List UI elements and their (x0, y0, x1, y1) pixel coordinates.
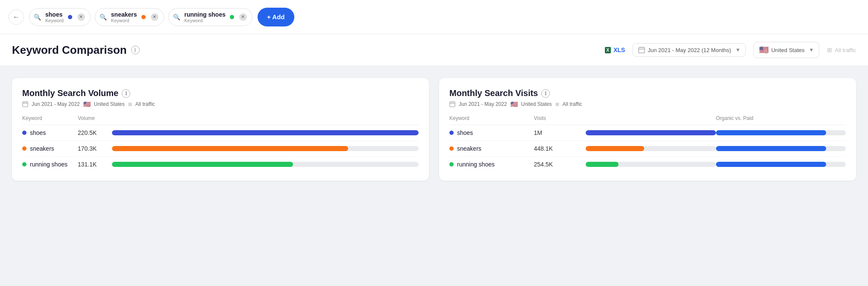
kw-name: sneakers (449, 145, 534, 152)
header-controls: X XLS Jun 2021 - May 2022 (12 Months) ▼ … (605, 42, 856, 58)
kw-bar-cell (112, 141, 419, 157)
kw-dot (22, 131, 26, 135)
msvv-col-bar (586, 115, 716, 125)
table-row: shoes 1M (449, 125, 846, 141)
us-flag-icon: 🇺🇸 (759, 45, 768, 55)
country-label: United States (771, 47, 804, 53)
kw-bar-track (112, 130, 419, 135)
kw-dot (449, 162, 454, 166)
kw-organic-bar-track (716, 146, 846, 151)
keyword-chip-running-shoes[interactable]: 🔍 running shoes Keyword ✕ (168, 8, 252, 26)
date-range-label: Jun 2021 - May 2022 (12 Months) (648, 47, 731, 53)
traffic-filter[interactable]: ⊞ All traffic (827, 47, 856, 53)
msv-subtitle: Jun 2021 - May 2022 🇺🇸 United States ⊞ A… (22, 101, 419, 108)
svg-rect-0 (639, 47, 645, 53)
page-header: Keyword Comparison ℹ X XLS Jun 2021 - Ma… (0, 34, 868, 66)
chip-inner: running shoes Keyword (185, 11, 226, 23)
msv-col-bar (112, 115, 419, 125)
kw-visits-bar-fill (586, 162, 618, 167)
msv-info-icon[interactable]: ℹ (122, 89, 130, 98)
kw-visits-bar-fill (586, 130, 716, 135)
country-chevron-icon: ▼ (809, 47, 814, 53)
msv-traffic-icon: ⊞ (128, 102, 132, 107)
chip-type: Keyword (111, 18, 137, 23)
msvv-title-text: Monthly Search Visits (449, 88, 538, 98)
kw-visits: 1M (534, 125, 586, 141)
msv-col-volume: Volume (78, 115, 112, 125)
msv-country: United States (94, 101, 125, 107)
kw-bar-fill (112, 130, 419, 135)
kw-name: shoes (449, 129, 534, 136)
xls-icon: X (605, 47, 611, 53)
chip-dot (230, 15, 234, 19)
kw-organic-bar-fill (716, 162, 827, 167)
kw-visits-bar-track (586, 162, 716, 167)
add-keyword-button[interactable]: + Add (258, 8, 294, 26)
kw-organic-cell (716, 157, 846, 172)
kw-dot (22, 146, 26, 151)
msvv-traffic: All traffic (563, 101, 582, 107)
svg-rect-1 (23, 102, 28, 107)
kw-dot (22, 162, 26, 166)
chip-dot (68, 15, 72, 19)
chip-search-icon: 🔍 (34, 14, 41, 20)
kw-name: shoes (22, 129, 78, 136)
kw-name-text: shoes (30, 129, 46, 136)
kw-visits-bar-fill (586, 146, 644, 151)
kw-bar-track (112, 146, 419, 151)
svg-rect-2 (450, 102, 455, 107)
monthly-search-volume-card: Monthly Search Volume ℹ Jun 2021 - May 2… (12, 78, 429, 181)
kw-bar-fill (112, 146, 348, 151)
chip-inner: sneakers Keyword (111, 11, 137, 23)
top-bar: ← 🔍 shoes Keyword ✕ 🔍 sneakers Keyword ✕… (0, 0, 868, 34)
chip-close-button[interactable]: ✕ (151, 13, 158, 21)
table-row: shoes 220.5K (22, 125, 419, 141)
msvv-date: Jun 2021 - May 2022 (459, 101, 507, 107)
chip-search-icon: 🔍 (100, 14, 107, 20)
chip-close-button[interactable]: ✕ (239, 13, 247, 21)
page-title-row: Keyword Comparison ℹ (12, 44, 140, 57)
back-button[interactable]: ← (9, 9, 24, 25)
page-title: Keyword Comparison (12, 44, 127, 57)
msvv-country: United States (521, 101, 552, 107)
chip-type: Keyword (185, 18, 226, 23)
kw-visits: 448.1K (534, 141, 586, 157)
keyword-chip-sneakers[interactable]: 🔍 sneakers Keyword ✕ (95, 8, 164, 26)
kw-organic-cell (716, 125, 846, 141)
kw-visits-bar-track (586, 130, 716, 135)
msvv-info-icon[interactable]: ℹ (541, 89, 550, 98)
chip-type: Keyword (45, 18, 64, 23)
kw-organic-bar-track (716, 162, 846, 167)
msv-card-title: Monthly Search Volume ℹ (22, 88, 419, 98)
date-range-filter[interactable]: Jun 2021 - May 2022 (12 Months) ▼ (633, 43, 746, 57)
table-row: sneakers 170.3K (22, 141, 419, 157)
msvv-card-title: Monthly Search Visits ℹ (449, 88, 846, 98)
keyword-chip-shoes[interactable]: 🔍 shoes Keyword ✕ (29, 8, 91, 26)
xls-export-button[interactable]: X XLS (605, 47, 625, 53)
kw-volume: 220.5K (78, 125, 112, 141)
keyword-chips: 🔍 shoes Keyword ✕ 🔍 sneakers Keyword ✕ 🔍… (29, 8, 252, 26)
table-row: sneakers 448.1K (449, 141, 846, 157)
kw-organic-bar-track (716, 130, 846, 135)
title-info-icon[interactable]: ℹ (131, 46, 140, 54)
table-row: running shoes 254.5K (449, 157, 846, 172)
kw-name-text: sneakers (30, 145, 54, 152)
kw-organic-cell (716, 141, 846, 157)
country-filter[interactable]: 🇺🇸 United States ▼ (754, 42, 819, 58)
kw-bar-cell (112, 157, 419, 172)
msv-title-text: Monthly Search Volume (22, 88, 118, 98)
kw-name-text: running shoes (457, 161, 495, 168)
msvv-table: Keyword Visits Organic vs. Paid shoes 1M (449, 115, 846, 172)
kw-name: sneakers (22, 145, 78, 152)
msv-col-keyword: Keyword (22, 115, 78, 125)
traffic-label: All traffic (835, 47, 856, 53)
main-content: Monthly Search Volume ℹ Jun 2021 - May 2… (0, 66, 868, 193)
chip-close-button[interactable]: ✕ (77, 13, 85, 21)
chip-inner: shoes Keyword (45, 11, 64, 23)
kw-name: running shoes (22, 161, 78, 168)
kw-visits-bar-cell (586, 125, 716, 141)
chip-name: running shoes (185, 11, 226, 18)
msvv-col-keyword: Keyword (449, 115, 534, 125)
kw-organic-bar-fill (716, 146, 827, 151)
date-chevron-icon: ▼ (736, 47, 741, 53)
